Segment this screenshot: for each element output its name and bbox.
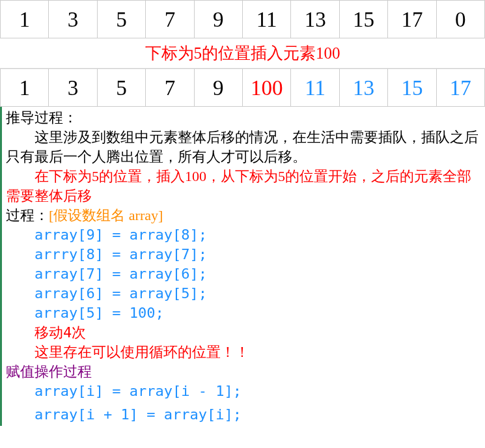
array-cell: 5	[98, 1, 146, 38]
code-line: arrry[8] = array[7];	[6, 245, 481, 264]
explanation-paragraph: 这里涉及到数组中元素整体后移的情况，在生活中需要插队，插队之后只有最后一个人腾出…	[6, 128, 481, 167]
array-cell: 7	[146, 69, 194, 107]
process-line: 过程：[假设数组名 array]	[6, 206, 481, 225]
array-cell: 13	[291, 1, 339, 38]
array-after: 1 3 5 7 9 100 11 13 15 17	[0, 68, 485, 107]
array-before: 1 3 5 7 9 11 13 15 17 0	[0, 0, 485, 38]
array-cell: 11	[243, 1, 291, 38]
array-cell: 9	[195, 1, 243, 38]
code-line: array[6] = array[5];	[6, 284, 481, 303]
derivation-heading: 推导过程：	[6, 108, 481, 128]
array-cell: 9	[195, 69, 243, 107]
code-line: array[9] = array[8];	[6, 225, 481, 245]
array-cell: 7	[146, 1, 194, 38]
explanation-block: 推导过程： 这里涉及到数组中元素整体后移的情况，在生活中需要插队，插队之后只有最…	[0, 107, 485, 426]
array-cell: 17	[437, 69, 485, 107]
code-line: array[i] = array[i - 1];	[6, 382, 481, 401]
process-label: 过程：	[6, 207, 49, 223]
array-cell: 15	[340, 1, 388, 38]
array-cell: 5	[98, 69, 146, 107]
array-cell: 1	[1, 1, 49, 38]
code-line: array[i + 1] = array[i];	[6, 405, 481, 425]
array-cell: 3	[49, 69, 97, 107]
explanation-highlight: 在下标为5的位置，插入100，从下标为5的位置开始，之后的元素全部需要整体后移	[6, 167, 481, 206]
array-cell: 0	[437, 1, 485, 38]
array-cell: 100	[243, 69, 291, 107]
array-cell: 17	[388, 1, 436, 38]
assignment-heading: 赋值操作过程	[6, 362, 481, 382]
process-assumption: [假设数组名 array]	[49, 207, 163, 223]
insert-caption: 下标为5的位置插入元素100	[0, 38, 485, 68]
array-cell: 13	[340, 69, 388, 107]
array-cell: 11	[291, 69, 339, 107]
array-cell: 3	[49, 1, 97, 38]
move-count-line: 移动4次	[6, 323, 481, 343]
loop-hint-line: 这里存在可以使用循环的位置！！	[6, 343, 481, 362]
array-cell: 15	[388, 69, 436, 107]
code-line: array[5] = 100;	[6, 303, 481, 323]
array-cell: 1	[1, 69, 49, 107]
code-line: array[7] = array[6];	[6, 264, 481, 284]
